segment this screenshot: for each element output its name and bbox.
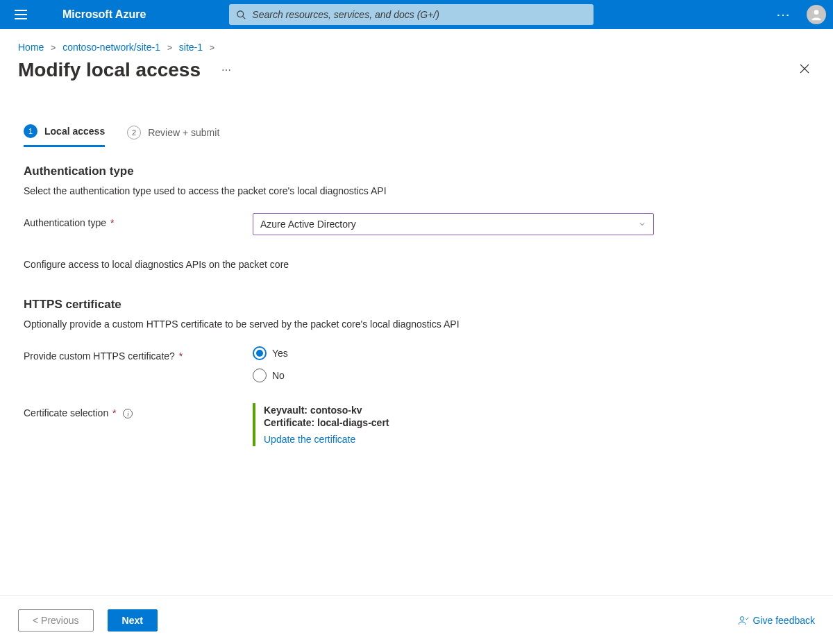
chevron-right-icon: >: [167, 43, 172, 53]
page-title: Modify local access: [18, 59, 201, 81]
step-label: Local access: [44, 126, 105, 137]
radio-label: Yes: [272, 348, 288, 359]
required-indicator: *: [110, 407, 116, 418]
auth-config-text: Configure access to local diagnostics AP…: [24, 259, 671, 270]
search-icon: [236, 10, 246, 20]
required-indicator: *: [108, 217, 114, 228]
auth-section-description: Select the authentication type used to a…: [24, 185, 671, 196]
certificate-info-box: Keyvault: contoso-kv Certificate: local-…: [253, 403, 671, 446]
auth-type-select[interactable]: Azure Active Directory: [253, 213, 654, 235]
required-indicator: *: [176, 350, 183, 362]
update-certificate-link[interactable]: Update the certificate: [264, 434, 355, 445]
chevron-right-icon: >: [210, 43, 214, 53]
breadcrumb-resource[interactable]: contoso-network/site-1: [62, 42, 160, 53]
hamburger-icon: [15, 10, 27, 19]
close-icon: [798, 62, 811, 75]
step-review-submit[interactable]: 2 Review + submit: [127, 124, 219, 147]
brand-label[interactable]: Microsoft Azure: [62, 8, 146, 21]
provide-cert-label: Provide custom HTTPS certificate? *: [24, 346, 253, 362]
radio-label: No: [272, 370, 285, 381]
form-content: Authentication type Select the authentic…: [0, 148, 694, 474]
hamburger-menu-button[interactable]: [7, 1, 35, 28]
svg-point-2: [814, 10, 819, 15]
user-avatar[interactable]: [807, 5, 826, 24]
https-section-title: HTTPS certificate: [24, 298, 671, 312]
chevron-right-icon: >: [51, 43, 56, 53]
breadcrumb: Home > contoso-network/site-1 > site-1 >: [0, 29, 833, 53]
radio-icon: [253, 346, 267, 360]
radio-icon: [253, 368, 267, 382]
breadcrumb-home[interactable]: Home: [18, 42, 44, 53]
svg-line-1: [243, 16, 246, 19]
cert-selection-label: Certificate selection * i: [24, 403, 253, 418]
info-icon[interactable]: i: [123, 409, 133, 418]
svg-point-0: [237, 10, 244, 17]
title-more-button[interactable]: ⋯: [221, 65, 233, 76]
top-bar: Microsoft Azure ⋯: [0, 0, 833, 29]
step-number: 2: [127, 126, 141, 139]
page-header: Modify local access ⋯: [0, 53, 833, 95]
select-value: Azure Active Directory: [260, 219, 356, 230]
person-icon: [809, 8, 823, 22]
step-local-access[interactable]: 1 Local access: [24, 124, 105, 147]
top-more-button[interactable]: ⋯: [772, 2, 796, 27]
breadcrumb-site[interactable]: site-1: [179, 42, 203, 53]
chevron-down-icon: [638, 220, 646, 228]
certificate-value: Certificate: local-diags-cert: [264, 417, 671, 428]
search-input[interactable]: [252, 9, 587, 20]
step-label: Review + submit: [148, 127, 219, 138]
keyvault-value: Keyvault: contoso-kv: [264, 405, 671, 416]
wizard-stepper: 1 Local access 2 Review + submit: [0, 95, 833, 148]
radio-yes[interactable]: Yes: [253, 346, 671, 360]
close-button[interactable]: [794, 58, 815, 81]
provide-cert-radio-group: Yes No: [253, 346, 671, 382]
radio-no[interactable]: No: [253, 368, 671, 382]
global-search[interactable]: [229, 4, 594, 25]
auth-type-label: Authentication type *: [24, 213, 253, 228]
step-number: 1: [24, 124, 37, 138]
https-section-description: Optionally provide a custom HTTPS certif…: [24, 319, 671, 330]
auth-section-title: Authentication type: [24, 164, 671, 178]
